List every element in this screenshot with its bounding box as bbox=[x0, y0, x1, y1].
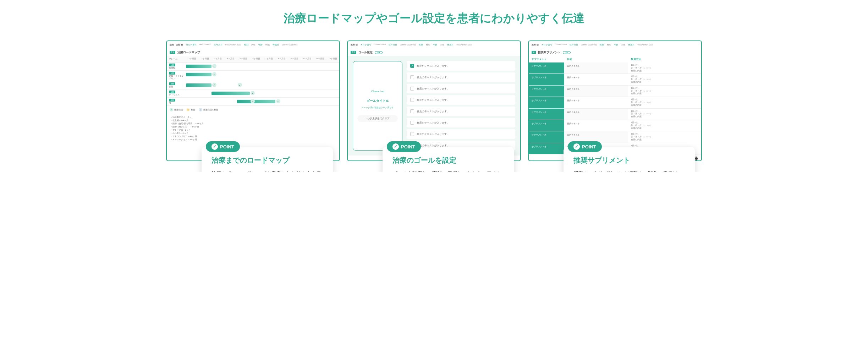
birth-label: 生年月日 bbox=[570, 43, 578, 47]
point-box-supplement: ✓ POINT 推奨サプリメント 摂取すべきサプリメント情報を一覧化。患者はいつ… bbox=[564, 147, 695, 172]
month-col: 4ヶ月目 bbox=[224, 56, 237, 62]
goal-item[interactable]: 任意のテキストが入ります。 bbox=[407, 129, 515, 139]
row-bars: ✓✓ bbox=[186, 81, 339, 89]
checkbox-icon[interactable] bbox=[410, 98, 414, 102]
created-label: 作成日 bbox=[628, 43, 634, 47]
sup-purpose-cell: 目的テキスト bbox=[564, 74, 628, 85]
point-desc: 治療までのロードマップを患者にわかりやすく伝達。 bbox=[211, 169, 323, 172]
section-number: 4 bbox=[532, 51, 536, 54]
patient-header: 太郎 様 カルテ番号 0000000000 生年月日 0000年00月00日 性… bbox=[529, 41, 701, 49]
checkbox-icon[interactable] bbox=[410, 64, 414, 68]
goal-item[interactable]: 任意のテキストが入ります。 bbox=[407, 61, 515, 71]
check-icon: ✓ bbox=[392, 143, 399, 150]
page-indicator: 1/1 bbox=[563, 51, 571, 54]
checkbox-icon[interactable] bbox=[410, 75, 414, 79]
goal-item-text: 任意のテキストが入ります。 bbox=[417, 132, 449, 136]
supplement-row: サプリメント名目的テキスト1日○粒。朝・昼・夕（○：○○）食後に内服 bbox=[529, 86, 701, 97]
goal-item[interactable]: 任意のテキストが入ります。 bbox=[407, 95, 515, 105]
month-col: 9ヶ月目 bbox=[288, 56, 301, 62]
goal-item[interactable]: 任意のテキストが入ります。 bbox=[407, 84, 515, 93]
checkbox-icon[interactable] bbox=[410, 121, 414, 125]
checkbox-icon[interactable] bbox=[410, 109, 414, 113]
card-roadmap-wrapper: 山田 太郎 様 カルテ番号 0000000000 生年月日 0000年00月00… bbox=[166, 40, 340, 161]
goal-clear-button[interactable]: ○つ以上該当でクリア bbox=[357, 115, 398, 122]
sup-usage-cell: 1日○粒。朝・昼・夕（○：○○）食後に内服 bbox=[628, 74, 701, 85]
row-text: デトックス bbox=[169, 94, 180, 96]
gender: 男性 bbox=[251, 43, 256, 47]
point-desc: 摂取すべきサプリメント情報を一覧化。患者はいつ何を摂取すべきかを把握。 bbox=[573, 169, 685, 172]
gender: 男性 bbox=[426, 43, 430, 47]
roadmap-section-title: 11 治療ロードマップ bbox=[167, 49, 339, 56]
goal-item-text: 任意のテキストが入ります。 bbox=[417, 144, 449, 147]
point-badge-label: POINT bbox=[401, 144, 415, 149]
patient-header: 山田 太郎 様 カルテ番号 0000000000 生年月日 0000年00月00… bbox=[167, 41, 339, 49]
progress-icon: ✓ bbox=[212, 72, 216, 76]
legend-dot-icon: ◐ bbox=[186, 108, 190, 111]
timeline-header: フレーム 1ヶ月目2ヶ月目3ヶ月目4ヶ月目5ヶ月目6ヶ月目7ヶ月目8ヶ月目9ヶ月… bbox=[167, 56, 339, 62]
age: 00歳 bbox=[621, 43, 626, 47]
goal-item[interactable]: 任意のテキストが入ります。 bbox=[407, 72, 515, 82]
goal-card: Check List ゴールタイトル チェック済の項目はクリア済です ○つ以上該… bbox=[353, 61, 402, 151]
section-number: 12 bbox=[351, 51, 356, 54]
point-title: 治療までのロードマップ bbox=[211, 156, 323, 165]
gantt-bar bbox=[237, 100, 275, 103]
note-line: ・ホルモン→4ヶ月 bbox=[170, 132, 336, 135]
progress-icon: ✓ bbox=[251, 99, 255, 103]
checkbox-icon[interactable] bbox=[410, 87, 414, 91]
sup-purpose-cell: 目的テキスト bbox=[564, 97, 628, 108]
note-line: ・メチレーション→3-6ヶ月 bbox=[170, 138, 336, 141]
age-label: 年齢 bbox=[258, 43, 263, 47]
legend-label: 経過確認＆検査 bbox=[203, 108, 218, 111]
page-title: 治療ロードマップやゴール設定を患者にわかりやすく伝達 bbox=[14, 11, 854, 26]
goal-body: Check List ゴールタイトル チェック済の項目はクリア済です ○つ以上該… bbox=[348, 56, 520, 156]
supplement-row: サプリメント名目的テキスト1日○粒。朝・昼・夕（○：○○）食後に内服 bbox=[529, 97, 701, 108]
sup-name-cell: サプリメント名 bbox=[529, 143, 564, 154]
checkbox-icon[interactable] bbox=[410, 132, 414, 136]
month-col: 5ヶ月目 bbox=[237, 56, 250, 62]
row-text: 副腎・ミトコンドリア bbox=[169, 75, 184, 80]
chapter-chip: ４章 bbox=[169, 91, 175, 93]
row-bars: ✓ bbox=[186, 71, 339, 81]
chart-no: 0000000000 bbox=[374, 43, 386, 47]
point-box-roadmap: ✓ POINT 治療までのロードマップ 治療までのロードマップを患者にわかりやす… bbox=[202, 147, 333, 172]
check-list-label: Check List bbox=[357, 90, 398, 93]
birth: 0000年00月00日 bbox=[225, 43, 241, 47]
progress-icon: ✓ bbox=[238, 83, 242, 87]
goal-item-text: 任意のテキストが入ります。 bbox=[417, 110, 449, 113]
legend-dot-icon: ✓ bbox=[170, 108, 173, 111]
goal-item-text: 任意のテキストが入ります。 bbox=[417, 64, 449, 68]
month-col: 1ヶ月目 bbox=[186, 56, 199, 62]
goal-item[interactable]: 任意のテキストが入ります。 bbox=[407, 118, 515, 127]
patient-name: 太郎 様 bbox=[532, 43, 539, 47]
point-badge: ✓ POINT bbox=[387, 141, 421, 152]
row-bars: ✓ bbox=[186, 89, 339, 97]
progress-icon: ✓ bbox=[212, 64, 216, 68]
supplement-row: サプリメント名目的テキスト1日○粒。朝・昼・夕（○：○○）食後に内服 bbox=[529, 120, 701, 131]
birth: 0000年00月00日 bbox=[581, 43, 597, 47]
gantt-bar bbox=[186, 73, 211, 76]
chart-no-label: カルテ番号 bbox=[361, 43, 371, 47]
age: 00歳 bbox=[440, 43, 445, 47]
goal-item-text: 任意のテキストが入ります。 bbox=[417, 87, 449, 91]
sup-name-cell: サプリメント名 bbox=[529, 97, 564, 108]
card-roadmap: 山田 太郎 様 カルテ番号 0000000000 生年月日 0000年00月00… bbox=[166, 40, 340, 161]
goal-item[interactable]: 任意のテキストが入ります。 bbox=[407, 107, 515, 116]
card-goal-wrapper: 太郎 様 カルテ番号 0000000000 生年月日 0000年00月00日 性… bbox=[347, 40, 521, 161]
created: 0000年00月00日 bbox=[637, 43, 653, 47]
card-supplement: 太郎 様 カルテ番号 0000000000 生年月日 0000年00月00日 性… bbox=[528, 40, 702, 161]
note-line: ・腸管（炎症/腸内環境）→4-6ヶ月 bbox=[170, 122, 336, 125]
point-badge: ✓ POINT bbox=[206, 141, 240, 152]
check-icon: ✓ bbox=[211, 143, 218, 150]
sup-name-cell: サプリメント名 bbox=[529, 109, 564, 120]
month-col: 11ヶ月目 bbox=[314, 56, 326, 62]
cards-row: 山田 太郎 様 カルテ番号 0000000000 生年月日 0000年00月00… bbox=[14, 40, 854, 161]
note-line: ・デトックス→2ヶ月 bbox=[170, 129, 336, 132]
timeline-row: １章低血糖✓ bbox=[167, 62, 339, 71]
month-col: 2ヶ月目 bbox=[199, 56, 211, 62]
progress-icon: ✓ bbox=[212, 83, 216, 87]
point-desc: ゴールを設定し、現状の把握とこれからのアクションプランを具体化。 bbox=[392, 169, 504, 172]
col-supplement: サプリメント bbox=[532, 58, 567, 61]
sup-purpose-cell: 目的テキスト bbox=[564, 86, 628, 97]
section-label: 推奨サプリメント bbox=[538, 50, 561, 54]
page-indicator: 1/1 bbox=[375, 51, 383, 54]
